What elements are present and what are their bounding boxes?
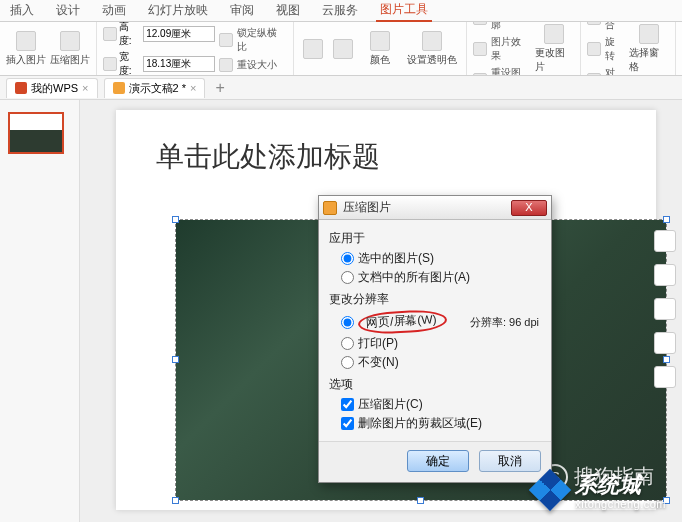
height-input[interactable] bbox=[143, 26, 215, 42]
menu-tab-animation[interactable]: 动画 bbox=[98, 0, 130, 21]
resize-handle[interactable] bbox=[172, 497, 179, 504]
radio-nochange[interactable] bbox=[341, 356, 354, 369]
resolution-value: 96 dpi bbox=[509, 316, 539, 328]
change-pic-button[interactable]: 更改图片 bbox=[535, 24, 575, 74]
doc-tab-mywps[interactable]: 我的WPS × bbox=[6, 78, 98, 98]
ok-button[interactable]: 确定 bbox=[407, 450, 469, 472]
group-button[interactable]: 组合 bbox=[587, 22, 625, 32]
new-tab-button[interactable]: + bbox=[211, 79, 228, 97]
select-pane-button[interactable]: 选择窗格 bbox=[629, 24, 669, 74]
opt-web-screen[interactable]: 网页/屏幕(W) bbox=[331, 310, 447, 334]
menu-tab-design[interactable]: 设计 bbox=[52, 0, 84, 21]
width-label: 宽度: bbox=[119, 50, 141, 77]
opt-compress[interactable]: 压缩图片(C) bbox=[331, 395, 541, 414]
toolstrip-btn-2[interactable] bbox=[654, 264, 676, 286]
ribbon: 插入图片 压缩图片 高度: 宽度: 锁定纵横比 bbox=[0, 22, 682, 76]
resize-handle[interactable] bbox=[172, 216, 179, 223]
lock-ratio-toggle[interactable]: 锁定纵横比 bbox=[219, 26, 287, 54]
close-icon[interactable]: × bbox=[190, 82, 196, 94]
dialog-title: 压缩图片 bbox=[343, 199, 505, 216]
rotate-icon bbox=[587, 42, 601, 56]
slide-thumb-1[interactable] bbox=[8, 112, 64, 154]
opt-selected-pictures[interactable]: 选中的图片(S) bbox=[331, 249, 541, 268]
menu-tab-cloud[interactable]: 云服务 bbox=[318, 0, 362, 21]
transparent-icon bbox=[422, 31, 442, 51]
resize-handle[interactable] bbox=[172, 356, 179, 363]
compress-picture-label: 压缩图片 bbox=[50, 53, 90, 67]
effect-icon bbox=[473, 42, 487, 56]
close-icon[interactable]: × bbox=[82, 82, 88, 94]
radio-selected[interactable] bbox=[341, 252, 354, 265]
contrast-button[interactable] bbox=[330, 39, 356, 59]
ppt-icon bbox=[113, 82, 125, 94]
radio-web[interactable] bbox=[341, 316, 354, 329]
height-label: 高度: bbox=[119, 22, 141, 48]
brightness-button[interactable] bbox=[300, 39, 326, 59]
lock-icon bbox=[219, 33, 233, 47]
dialog-titlebar[interactable]: 压缩图片 X bbox=[319, 196, 551, 220]
opt-delete-crop[interactable]: 删除图片的剪裁区域(E) bbox=[331, 414, 541, 433]
resolution-label: 分辨率: bbox=[470, 316, 506, 328]
menu-tab-slideshow[interactable]: 幻灯片放映 bbox=[144, 0, 212, 21]
reset-pic-button[interactable]: 重设图片 bbox=[473, 66, 531, 77]
cancel-button[interactable]: 取消 bbox=[479, 450, 541, 472]
change-pic-icon bbox=[544, 24, 564, 44]
select-pane-icon bbox=[639, 24, 659, 44]
resize-handle[interactable] bbox=[663, 497, 670, 504]
pic-outline-button[interactable]: 图片轮廓 bbox=[473, 22, 531, 32]
toolstrip-btn-1[interactable] bbox=[654, 230, 676, 252]
menu-tab-review[interactable]: 审阅 bbox=[226, 0, 258, 21]
toolstrip-btn-4[interactable] bbox=[654, 332, 676, 354]
brightness-icon bbox=[303, 39, 323, 59]
document-tabs: 我的WPS × 演示文稿2 * × + bbox=[0, 76, 682, 100]
menu-tab-view[interactable]: 视图 bbox=[272, 0, 304, 21]
dialog-close-button[interactable]: X bbox=[511, 200, 547, 216]
opt-nochange[interactable]: 不变(N) bbox=[331, 353, 541, 372]
insert-picture-label: 插入图片 bbox=[6, 53, 46, 67]
wps-logo-icon bbox=[15, 82, 27, 94]
toolstrip-btn-3[interactable] bbox=[654, 298, 676, 320]
align-button[interactable]: 对齐 bbox=[587, 66, 625, 77]
check-compress[interactable] bbox=[341, 398, 354, 411]
color-icon bbox=[370, 31, 390, 51]
compress-image-dialog: 压缩图片 X 应用于 选中的图片(S) 文档中的所有图片(A) 更改分辨率 网页… bbox=[318, 195, 552, 483]
insert-picture-button[interactable]: 插入图片 bbox=[6, 31, 46, 67]
menu-tab-insert[interactable]: 插入 bbox=[6, 0, 38, 21]
resize-handle[interactable] bbox=[417, 497, 424, 504]
title-placeholder[interactable]: 单击此处添加标题 bbox=[156, 138, 616, 176]
compress-picture-button[interactable]: 压缩图片 bbox=[50, 31, 90, 67]
contrast-icon bbox=[333, 39, 353, 59]
width-input[interactable] bbox=[143, 56, 215, 72]
opt-all-pictures[interactable]: 文档中的所有图片(A) bbox=[331, 268, 541, 287]
color-button[interactable]: 颜色 bbox=[360, 31, 400, 67]
opt-print[interactable]: 打印(P) bbox=[331, 334, 541, 353]
set-transparent-button[interactable]: 设置透明色 bbox=[404, 31, 460, 67]
right-toolstrip bbox=[654, 230, 676, 388]
width-icon bbox=[103, 57, 117, 71]
radio-all[interactable] bbox=[341, 271, 354, 284]
resize-handle[interactable] bbox=[663, 216, 670, 223]
rotate-button[interactable]: 旋转 bbox=[587, 35, 625, 63]
slide-thumbnails bbox=[0, 100, 80, 522]
outline-icon bbox=[473, 22, 487, 25]
highlighted-option: 网页/屏幕(W) bbox=[357, 309, 447, 336]
pic-effect-button[interactable]: 图片效果 bbox=[473, 35, 531, 63]
compress-icon bbox=[60, 31, 80, 51]
group-icon bbox=[587, 22, 601, 25]
height-icon bbox=[103, 27, 117, 41]
size-controls: 高度: 宽度: bbox=[103, 22, 215, 76]
section-apply-to: 应用于 bbox=[329, 230, 541, 247]
reset-icon bbox=[219, 58, 233, 72]
section-options: 选项 bbox=[329, 376, 541, 393]
section-resolution: 更改分辨率 bbox=[329, 291, 541, 308]
menu-tab-picture-tools[interactable]: 图片工具 bbox=[376, 0, 432, 22]
doc-tab-presentation[interactable]: 演示文稿2 * × bbox=[104, 78, 206, 98]
check-crop[interactable] bbox=[341, 417, 354, 430]
toolstrip-btn-5[interactable] bbox=[654, 366, 676, 388]
dialog-icon bbox=[323, 201, 337, 215]
menubar: 插入 设计 动画 幻灯片放映 审阅 视图 云服务 图片工具 bbox=[0, 0, 682, 22]
picture-icon bbox=[16, 31, 36, 51]
sogou-watermark: S 搜狗指南 bbox=[542, 463, 654, 490]
reset-size-button[interactable]: 重设大小 bbox=[219, 58, 287, 72]
radio-print[interactable] bbox=[341, 337, 354, 350]
